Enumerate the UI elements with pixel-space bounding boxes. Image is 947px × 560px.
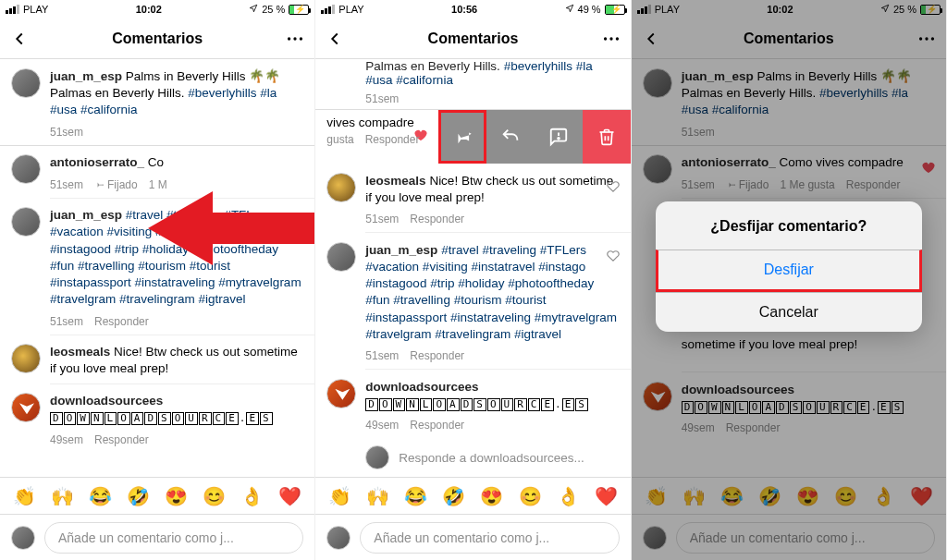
- cancel-button[interactable]: Cancelar: [656, 292, 922, 332]
- timestamp: 51sem: [365, 92, 399, 105]
- emoji-button[interactable]: 😊: [519, 485, 542, 507]
- avatar[interactable]: [326, 379, 356, 408]
- battery-icon: ⚡: [605, 5, 625, 15]
- comment-row[interactable]: juan_m_esp #travel #traveling #TFLers #v…: [0, 198, 314, 335]
- comment-row[interactable]: leosmeals Nice! Btw check us out sometim…: [315, 164, 630, 233]
- screenshot-2: PLAY 10:56 49 % ⚡ Comentarios Palmas en …: [315, 0, 631, 560]
- pinned-badge: Fijado: [94, 177, 138, 192]
- battery-percent: 49 %: [578, 4, 601, 15]
- emoji-button[interactable]: 🤣: [442, 485, 465, 507]
- location-icon: [565, 4, 574, 15]
- signal-icon: [321, 5, 335, 14]
- username[interactable]: juan_m_esp: [50, 69, 122, 83]
- like-icon[interactable]: [607, 250, 620, 266]
- screenshot-1: PLAY 10:02 25 % ⚡ Comentarios juan_m_esp…: [0, 0, 315, 560]
- nav-bar: Comentarios: [0, 18, 314, 59]
- pin-action-button[interactable]: [438, 110, 486, 164]
- emoji-button[interactable]: 👏: [13, 485, 36, 507]
- reply-button[interactable]: Responder: [94, 432, 149, 447]
- emoji-button[interactable]: 😊: [203, 485, 226, 507]
- comment-input[interactable]: Añade un comentario como j...: [44, 522, 303, 554]
- signal-icon: [6, 5, 19, 14]
- username[interactable]: leosmeals: [365, 174, 425, 188]
- emoji-button[interactable]: 😍: [480, 485, 503, 507]
- timestamp: 51sem: [50, 314, 83, 329]
- comments-list[interactable]: juan_m_esp Palms in Beverly Hills 🌴🌴 Pal…: [0, 59, 314, 477]
- like-icon[interactable]: [290, 214, 303, 231]
- emoji-button[interactable]: 👌: [240, 485, 264, 507]
- avatar[interactable]: [326, 242, 356, 272]
- timestamp: 51sem: [365, 212, 399, 226]
- carrier-label: PLAY: [23, 4, 48, 15]
- page-title: Comentarios: [112, 30, 203, 47]
- reply-button[interactable]: Responder: [365, 133, 420, 146]
- comment-input[interactable]: Añade un comentario como j...: [360, 522, 619, 554]
- my-avatar[interactable]: [326, 526, 351, 550]
- username[interactable]: leosmeals: [50, 345, 110, 359]
- comment-row[interactable]: downloadsourcees DOWNLOADSOURCE.ES 49sem…: [0, 383, 314, 453]
- emoji-button[interactable]: 👌: [557, 485, 580, 507]
- post-caption-partial: Palmas en Beverly Hills. #beverlyhills #…: [315, 59, 630, 109]
- delete-action-button[interactable]: [583, 110, 631, 164]
- emoji-button[interactable]: 🤣: [127, 485, 150, 507]
- comment-row[interactable]: leosmeals Nice! Btw check us out sometim…: [0, 335, 314, 383]
- alert-title: ¿Desfijar comentario?: [656, 201, 922, 250]
- emoji-button[interactable]: ❤️: [595, 485, 618, 507]
- avatar[interactable]: [11, 207, 41, 237]
- reply-placeholder: Responde a downloadsourcees...: [399, 451, 584, 465]
- emoji-button[interactable]: 😂: [89, 485, 112, 507]
- svg-point-0: [288, 37, 290, 40]
- reply-button[interactable]: Responder: [410, 348, 464, 363]
- screenshot-3: PLAY 10:02 25 % ⚡ Comentarios juan_m_esp…: [632, 0, 947, 560]
- emoji-quickbar: 👏 🙌 😂 🤣 😍 😊 👌 ❤️: [0, 477, 314, 514]
- emoji-button[interactable]: ❤️: [278, 485, 301, 507]
- emoji-button[interactable]: 🙌: [366, 485, 389, 507]
- reply-thread-input[interactable]: Responde a downloadsourcees...: [354, 438, 630, 477]
- more-button[interactable]: [285, 29, 305, 49]
- comment-row[interactable]: downloadsourcees DOWNLOADSOURCE.ES 49sem…: [315, 370, 630, 439]
- emoji-quickbar: 👏 🙌 😂 🤣 😍 😊 👌 ❤️: [315, 477, 630, 514]
- more-button[interactable]: [601, 29, 621, 49]
- avatar[interactable]: [11, 154, 41, 184]
- reply-button[interactable]: Responder: [94, 314, 149, 329]
- avatar[interactable]: [11, 344, 41, 373]
- emoji-button[interactable]: 👏: [328, 485, 351, 507]
- unpin-confirm-button[interactable]: Desfijar: [656, 250, 922, 292]
- avatar[interactable]: [326, 173, 356, 202]
- username[interactable]: downloadsourcees: [50, 394, 163, 408]
- page-title: Comentarios: [428, 30, 519, 47]
- pinned-comment[interactable]: antonioserrato_ Co 51sem Fijado 1 M: [0, 145, 314, 197]
- likes-count[interactable]: gusta: [326, 133, 353, 146]
- username[interactable]: juan_m_esp: [50, 208, 122, 222]
- comment-hashtags[interactable]: #travel #traveling #TFLers #vacation #vi…: [365, 243, 617, 341]
- report-action-button[interactable]: [535, 110, 583, 164]
- my-avatar[interactable]: [365, 445, 389, 469]
- reply-action-button[interactable]: [486, 110, 535, 164]
- comments-list[interactable]: Palmas en Beverly Hills. #beverlyhills #…: [315, 59, 630, 477]
- username[interactable]: downloadsourcees: [365, 380, 478, 394]
- timestamp: 49sem: [365, 418, 399, 432]
- carrier-label: PLAY: [338, 4, 363, 15]
- back-button[interactable]: [9, 29, 30, 49]
- my-avatar[interactable]: [11, 526, 35, 550]
- svg-point-1: [294, 37, 297, 40]
- emoji-button[interactable]: 😍: [165, 485, 188, 507]
- username[interactable]: antonioserrato_: [50, 155, 144, 169]
- emoji-button[interactable]: 🙌: [51, 485, 74, 507]
- like-icon[interactable]: [607, 180, 620, 197]
- comment-input-bar: Añade un comentario como j...: [315, 514, 630, 560]
- location-icon: [249, 4, 258, 15]
- reply-button[interactable]: Responder: [410, 418, 464, 432]
- back-button[interactable]: [325, 29, 345, 49]
- comment-hashtags[interactable]: #travel #traveling #TFLers #vacation #vi…: [50, 208, 301, 306]
- avatar[interactable]: [11, 68, 41, 98]
- likes-count[interactable]: 1 M: [149, 177, 167, 192]
- avatar[interactable]: [11, 393, 41, 422]
- timestamp: 49sem: [50, 432, 83, 447]
- timestamp: 51sem: [50, 125, 83, 140]
- emoji-button[interactable]: 😂: [404, 485, 427, 507]
- reply-button[interactable]: Responder: [410, 212, 464, 226]
- username[interactable]: juan_m_esp: [365, 243, 437, 257]
- clock: 10:56: [451, 4, 477, 15]
- comment-row[interactable]: juan_m_esp #travel #traveling #TFLers #v…: [315, 233, 630, 370]
